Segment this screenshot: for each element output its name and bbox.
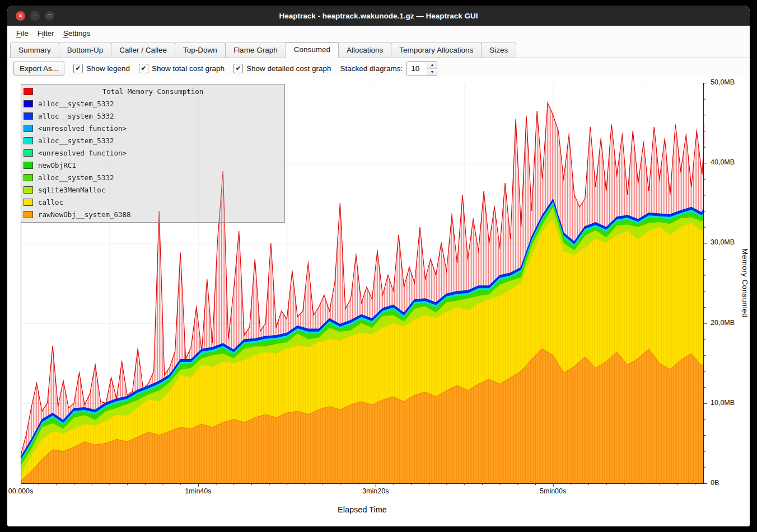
legend-label: sqlite3MemMalloc [38,186,105,194]
memory-consumption-chart: Total Memory Consumptionalloc__system_53… [7,78,750,526]
legend-label: calloc [38,198,63,206]
stacked-diagrams-input[interactable] [407,62,427,76]
legend-label: rawNewObj__system_6388 [38,210,131,219]
legend-item: alloc__system_5332 [21,97,284,110]
titlebar: × – □ Heaptrack - heaptrack.wakunode.1.g… [7,6,750,26]
legend-label: newObjRC1 [38,161,76,170]
legend-item: sqlite3MemMalloc [21,183,284,196]
legend-item: newObjRC1 [21,159,284,171]
legend-item: <unresolved function> [21,122,284,134]
tab-bar: SummaryBottom-UpCaller / CalleeTop-DownF… [7,40,750,58]
legend-swatch [24,125,33,132]
export-as-button[interactable]: Export As... [13,62,64,76]
tab-caller-callee[interactable]: Caller / Callee [111,43,175,58]
legend-label: <unresolved function> [38,149,127,157]
checkbox-show-detailed-cost-graph[interactable]: ✔Show detailed cost graph [233,64,331,73]
tab-summary[interactable]: Summary [10,43,59,58]
minimize-button[interactable]: – [30,11,40,21]
y-tick-label: 0B [711,479,719,487]
tab-top-down[interactable]: Top-Down [175,43,226,58]
tab-consumed[interactable]: Consumed [286,42,339,58]
toolbar: Export As... ✔Show legend✔Show total cos… [7,58,750,78]
checkbox-label: Show legend [86,64,130,73]
y-tick-label: 30,0MB [711,238,735,246]
menubar: FileFilterSettings [7,26,750,40]
legend-item: rawNewObj__system_6388 [21,208,284,220]
legend-swatch [24,174,33,181]
checkbox-box[interactable]: ✔ [139,64,148,73]
spinbox-arrows: ▲ ▼ [427,62,437,76]
y-tick-label: 10,0MB [711,399,735,407]
tab-temporary-allocations[interactable]: Temporary Allocations [391,43,482,58]
application-window: × – □ Heaptrack - heaptrack.wakunode.1.g… [7,6,750,526]
close-button[interactable]: × [16,11,25,21]
y-tick-label: 40,0MB [711,158,735,166]
legend-swatch [24,162,33,169]
window-title: Heaptrack - heaptrack.wakunode.1.gz — He… [7,12,750,20]
legend-item: alloc__system_5332 [21,171,284,183]
x-tick-label: 5min00s [540,487,566,495]
legend-label: alloc__system_5332 [38,173,114,182]
y-tick-label: 20,0MB [711,319,735,327]
legend-swatch [24,112,33,120]
legend-swatch-total [24,88,33,95]
checkbox-label: Show total cost graph [152,64,225,73]
legend-swatch [24,199,33,206]
chart-legend: Total Memory Consumptionalloc__system_53… [21,84,285,223]
y-tick-label: 50,0MB [711,78,735,86]
checkbox-box[interactable]: ✔ [233,64,243,73]
tab-sizes[interactable]: Sizes [481,43,516,58]
menu-item-filter[interactable]: Filter [33,27,59,39]
legend-swatch [24,149,33,157]
x-tick-label: 3min20s [362,487,389,495]
checkbox-show-total-cost-graph[interactable]: ✔Show total cost graph [139,64,225,73]
legend-swatch [24,137,33,144]
legend-label: alloc__system_5332 [38,112,114,120]
checkbox-box[interactable]: ✔ [73,64,83,73]
legend-label: alloc__system_5332 [38,136,114,145]
legend-title-row: Total Memory Consumption [21,86,284,97]
maximize-button[interactable]: □ [45,11,54,21]
menu-item-settings[interactable]: Settings [59,27,95,39]
legend-swatch [24,211,33,218]
stacked-diagrams-spinbox[interactable]: ▲ ▼ [406,61,437,76]
spin-down-icon[interactable]: ▼ [427,69,437,76]
legend-swatch [24,100,33,107]
tab-allocations[interactable]: Allocations [338,43,391,58]
x-axis-title: Elapsed Time [338,505,387,514]
tab-bottom-up[interactable]: Bottom-Up [59,43,112,58]
checkbox-show-legend[interactable]: ✔Show legend [73,64,130,73]
checkbox-label: Show detailed cost graph [246,64,331,73]
legend-label: alloc__system_5332 [38,100,114,108]
window-controls: × – □ [16,11,54,21]
spin-up-icon[interactable]: ▲ [427,62,437,69]
legend-title: Total Memory Consumption [21,87,284,96]
legend-item: <unresolved function> [21,147,284,159]
legend-label: <unresolved function> [38,124,127,133]
menu-item-file[interactable]: File [12,27,33,39]
legend-item: alloc__system_5332 [21,134,284,147]
legend-item: alloc__system_5332 [21,110,284,122]
x-tick-label: 00.000s [8,487,33,495]
x-tick-label: 1min40s [185,487,211,495]
tab-flame-graph[interactable]: Flame Graph [225,43,286,58]
window-frame: × – □ Heaptrack - heaptrack.wakunode.1.g… [0,0,757,532]
legend-item: calloc [21,196,284,208]
y-axis-title: Memory Consumed [741,248,749,318]
stacked-diagrams-label: Stacked diagrams: [340,64,403,73]
legend-swatch [24,186,33,194]
stacked-diagrams-control: Stacked diagrams: ▲ ▼ [340,61,438,76]
checkbox-group: ✔Show legend✔Show total cost graph✔Show … [73,64,331,73]
